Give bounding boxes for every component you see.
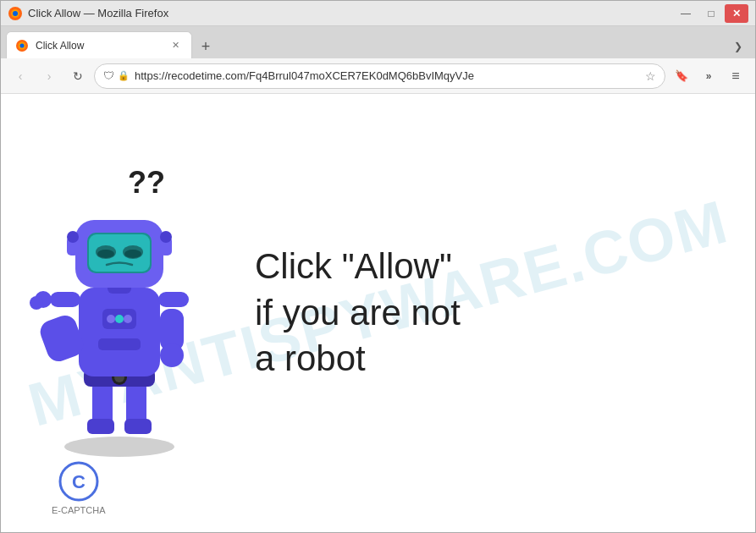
- title-bar: Click Allow — Mozilla Firefox — □ ✕: [1, 1, 755, 26]
- refresh-button[interactable]: ↻: [65, 63, 91, 89]
- maximize-button[interactable]: □: [699, 4, 723, 23]
- svg-point-19: [124, 315, 132, 323]
- address-icons: 🛡 🔒: [103, 69, 130, 82]
- svg-text:??: ??: [128, 165, 165, 200]
- address-bar[interactable]: 🛡 🔒 https://recodetime.com/Fq4Brrul047mo…: [94, 63, 665, 89]
- svg-point-6: [64, 437, 174, 457]
- tab-close-button[interactable]: ✕: [168, 38, 183, 53]
- svg-point-37: [67, 231, 79, 243]
- robot-illustration: ??: [18, 152, 238, 474]
- bookmark-star-icon[interactable]: ☆: [645, 69, 656, 83]
- pocket-button[interactable]: 🔖: [669, 63, 694, 89]
- window-controls: — □ ✕: [674, 4, 748, 23]
- main-content-area: ??: [1, 94, 755, 532]
- svg-rect-10: [87, 419, 114, 434]
- minimize-button[interactable]: —: [674, 4, 698, 23]
- lock-icon: 🔒: [118, 70, 130, 81]
- tab-label: Click Allow: [36, 40, 161, 52]
- menu-button[interactable]: ≡: [723, 63, 748, 89]
- captcha-message: Click "Allow" if you are not a robot: [255, 244, 738, 382]
- new-tab-button[interactable]: +: [194, 35, 218, 58]
- svg-point-33: [97, 250, 114, 258]
- page-content: MYANTISPYWARE.COM ??: [1, 94, 755, 532]
- forward-button[interactable]: ›: [36, 63, 62, 89]
- back-button[interactable]: ‹: [8, 63, 33, 89]
- robot-svg: ??: [18, 152, 221, 457]
- active-tab[interactable]: Click Allow ✕: [6, 31, 192, 58]
- svg-point-2: [13, 11, 18, 16]
- svg-point-5: [20, 43, 25, 47]
- svg-rect-21: [50, 292, 80, 307]
- title-bar-left: Click Allow — Mozilla Firefox: [8, 6, 168, 21]
- tab-bar: Click Allow ✕ + ❯: [1, 26, 755, 58]
- close-button[interactable]: ✕: [725, 4, 748, 23]
- svg-point-35: [124, 250, 141, 258]
- message-line3: a robot: [255, 336, 738, 382]
- svg-point-23: [30, 296, 43, 310]
- browser-window: Click Allow — Mozilla Firefox — □ ✕ Clic…: [0, 0, 756, 533]
- firefox-logo-icon: [8, 6, 23, 21]
- shield-icon: 🛡: [103, 69, 114, 82]
- tab-bar-right: ❯: [726, 35, 750, 58]
- navigation-bar: ‹ › ↻ 🛡 🔒 https://recodetime.com/Fq4Brru…: [1, 58, 755, 94]
- tab-favicon-icon: [15, 39, 29, 52]
- url-display: https://recodetime.com/Fq4Brrul047moXCER…: [135, 69, 640, 82]
- svg-rect-15: [79, 288, 160, 376]
- tab-overflow-button[interactable]: ❯: [726, 35, 750, 58]
- svg-rect-25: [158, 292, 189, 307]
- svg-point-18: [115, 315, 124, 323]
- window-title: Click Allow — Mozilla Firefox: [28, 7, 168, 19]
- nav-right-buttons: 🔖 » ≡: [669, 63, 748, 89]
- message-line1: Click "Allow": [255, 244, 738, 290]
- svg-rect-20: [98, 338, 141, 350]
- message-line2: if you are not: [255, 290, 738, 337]
- svg-point-39: [160, 231, 172, 243]
- svg-point-27: [160, 343, 184, 367]
- svg-rect-11: [124, 419, 152, 434]
- svg-point-17: [107, 315, 115, 323]
- more-tools-button[interactable]: »: [696, 63, 721, 89]
